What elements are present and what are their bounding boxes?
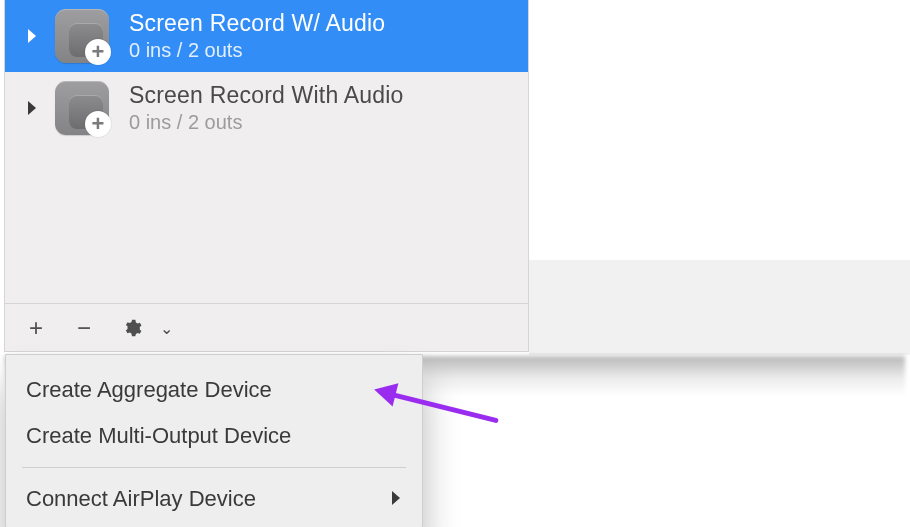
menu-item-label: Create Multi-Output Device	[26, 423, 291, 449]
device-io-summary: 0 ins / 2 outs	[129, 38, 385, 63]
add-device-menu: Create Aggregate Device Create Multi-Out…	[5, 354, 423, 527]
plus-badge-icon: +	[85, 111, 111, 137]
menu-item-label: Connect AirPlay Device	[26, 486, 256, 512]
menu-item-label: Create Aggregate Device	[26, 377, 272, 403]
disclosure-triangle-icon[interactable]	[23, 99, 41, 117]
device-title: Screen Record W/ Audio	[129, 9, 385, 38]
chevron-down-icon[interactable]: ⌄	[153, 316, 179, 342]
plus-badge-icon: +	[85, 39, 111, 65]
multi-output-device-icon: +	[55, 9, 109, 63]
menu-item-connect-airplay-device[interactable]: Connect AirPlay Device	[12, 476, 416, 522]
device-io-summary: 0 ins / 2 outs	[129, 110, 404, 135]
menu-item-create-aggregate-device[interactable]: Create Aggregate Device	[12, 367, 416, 413]
remove-device-button[interactable]: −	[71, 315, 97, 341]
add-device-button[interactable]: +	[23, 315, 49, 341]
main-content-pane	[529, 0, 910, 260]
device-row[interactable]: + Screen Record W/ Audio 0 ins / 2 outs	[5, 0, 528, 72]
gear-icon[interactable]	[119, 315, 145, 341]
menu-item-create-multi-output-device[interactable]: Create Multi-Output Device	[12, 413, 416, 459]
device-row[interactable]: + Screen Record With Audio 0 ins / 2 out…	[5, 72, 528, 144]
disclosure-triangle-icon[interactable]	[23, 27, 41, 45]
sidebar-toolbar: + − ⌄	[5, 303, 528, 351]
menu-separator	[22, 467, 406, 468]
device-title: Screen Record With Audio	[129, 81, 404, 110]
main-content-footer	[529, 260, 910, 355]
multi-output-device-icon: +	[55, 81, 109, 135]
chevron-right-icon	[390, 486, 402, 512]
device-list-sidebar: + Screen Record W/ Audio 0 ins / 2 outs …	[4, 0, 529, 352]
